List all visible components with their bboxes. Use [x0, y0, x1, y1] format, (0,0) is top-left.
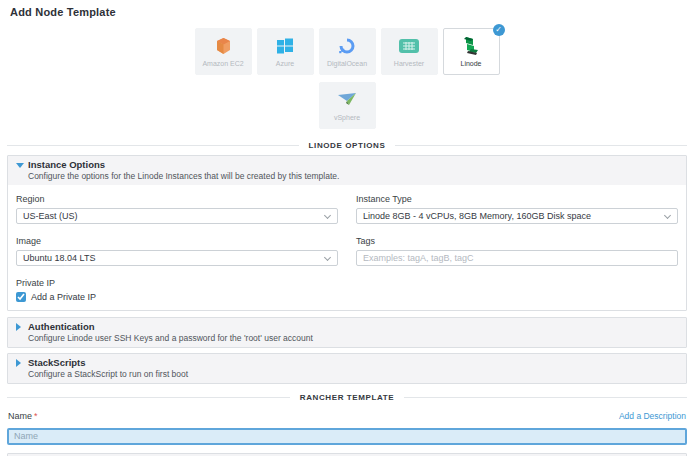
page-title: Add Node Template [0, 0, 694, 18]
name-label-text: Name [8, 411, 32, 421]
authentication-header[interactable]: Authentication Configure Linode user SSH… [8, 318, 686, 347]
provider-tile-amazonec2[interactable]: Amazon EC2 [195, 28, 252, 75]
name-field-row: Name* Add a Description [8, 411, 686, 421]
panel-subtitle: Configure a StackScript to run on first … [28, 369, 678, 379]
caret-right-icon [16, 359, 21, 367]
chevron-down-icon [664, 212, 671, 219]
region-field: Region US-East (US) [16, 194, 338, 224]
harvester-icon [398, 36, 420, 56]
provider-tile-label: DigitalOcean [327, 60, 367, 67]
provider-tile-harvester[interactable]: Harvester [381, 28, 438, 75]
add-description-link[interactable]: Add a Description [619, 411, 686, 421]
vsphere-icon [336, 90, 358, 110]
panel-title: StackScripts [28, 357, 678, 368]
provider-tile-label: Harvester [394, 60, 424, 67]
linode-icon [460, 36, 482, 56]
tags-field: Tags [356, 236, 678, 266]
instance-options-header[interactable]: Instance Options Configure the options f… [8, 156, 686, 185]
selected-check-icon: ✓ [493, 24, 505, 36]
provider-tiles-row-2: vSphere [0, 82, 694, 129]
instance-options-body: Region US-East (US) Instance Type Linode… [8, 185, 686, 310]
region-label: Region [16, 194, 338, 204]
panel-subtitle: Configure Linode user SSH Keys and a pas… [28, 333, 678, 343]
instance-type-selected-value: Linode 8GB - 4 vCPUs, 8GB Memory, 160GB … [363, 211, 591, 221]
image-label: Image [16, 236, 338, 246]
authentication-panel: Authentication Configure Linode user SSH… [7, 317, 687, 348]
labels-panel: Labels Labels are key/value pairs that c… [7, 453, 687, 456]
instance-type-label: Instance Type [356, 194, 678, 204]
region-selected-value: US-East (US) [23, 211, 78, 221]
rancher-template-divider: RANCHER TEMPLATE [7, 393, 687, 402]
digitalocean-icon [336, 36, 358, 56]
provider-tiles-row-1: Amazon EC2 Azure DigitalOcean Harvester … [0, 28, 694, 75]
provider-tile-label: Azure [276, 60, 294, 67]
caret-right-icon [16, 323, 21, 331]
chevron-down-icon [324, 212, 331, 219]
image-selected-value: Ubuntu 18.04 LTS [23, 253, 95, 263]
azure-icon [274, 36, 296, 56]
divider-line [395, 145, 687, 146]
tags-input[interactable] [356, 250, 678, 266]
add-node-template-page: Add Node Template Amazon EC2 Azure Digit… [0, 0, 694, 456]
stackscripts-header[interactable]: StackScripts Configure a StackScript to … [8, 354, 686, 383]
provider-tile-label: Amazon EC2 [202, 60, 243, 67]
panel-title: Instance Options [28, 159, 678, 170]
stackscripts-panel: StackScripts Configure a StackScript to … [7, 353, 687, 384]
name-input-wrap [7, 425, 687, 445]
linode-options-divider-label: LINODE OPTIONS [299, 141, 396, 150]
divider-line [7, 397, 290, 398]
image-select[interactable]: Ubuntu 18.04 LTS [16, 250, 338, 266]
linode-options-divider: LINODE OPTIONS [7, 141, 687, 150]
chevron-down-icon [324, 254, 331, 261]
provider-tile-digitalocean[interactable]: DigitalOcean [319, 28, 376, 75]
provider-tile-azure[interactable]: Azure [257, 28, 314, 75]
caret-down-icon [16, 163, 24, 168]
panel-subtitle: Configure the options for the Linode Ins… [28, 171, 678, 181]
amazon-ec2-icon [212, 36, 234, 56]
provider-tile-label: vSphere [334, 114, 360, 121]
tags-label: Tags [356, 236, 678, 246]
instance-type-field: Instance Type Linode 8GB - 4 vCPUs, 8GB … [356, 194, 678, 224]
private-ip-label: Private IP [16, 278, 678, 288]
rancher-template-divider-label: RANCHER TEMPLATE [290, 393, 404, 402]
provider-tile-vsphere[interactable]: vSphere [319, 82, 376, 129]
private-ip-checkbox-label: Add a Private IP [31, 292, 96, 302]
divider-line [7, 145, 299, 146]
name-input[interactable] [7, 428, 687, 445]
required-asterisk: * [34, 411, 38, 421]
private-ip-checkbox[interactable] [16, 292, 26, 302]
instance-options-panel: Instance Options Configure the options f… [7, 155, 687, 311]
panel-title: Authentication [28, 321, 678, 332]
divider-line [404, 397, 687, 398]
instance-type-select[interactable]: Linode 8GB - 4 vCPUs, 8GB Memory, 160GB … [356, 208, 678, 224]
image-field: Image Ubuntu 18.04 LTS [16, 236, 338, 266]
private-ip-field: Private IP Add a Private IP [16, 278, 678, 302]
region-select[interactable]: US-East (US) [16, 208, 338, 224]
name-label: Name* [8, 411, 38, 421]
provider-tile-label: Linode [460, 60, 481, 67]
provider-tile-linode[interactable]: ✓ Linode [443, 28, 500, 75]
